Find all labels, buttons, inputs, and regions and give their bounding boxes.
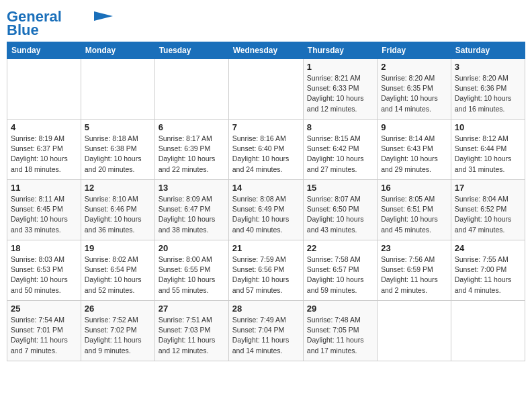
day-number: 8 xyxy=(307,122,373,132)
day-info: Sunrise: 8:08 AM Sunset: 6:49 PM Dayligh… xyxy=(232,194,300,235)
day-number: 24 xyxy=(455,243,521,253)
day-info: Sunrise: 7:52 AM Sunset: 7:02 PM Dayligh… xyxy=(85,315,151,356)
calendar-cell: 7Sunrise: 8:16 AM Sunset: 6:40 PM Daylig… xyxy=(228,120,303,180)
calendar-cell xyxy=(228,59,303,120)
calendar-week-row: 4Sunrise: 8:19 AM Sunset: 6:37 PM Daylig… xyxy=(7,120,525,180)
day-info: Sunrise: 8:10 AM Sunset: 6:46 PM Dayligh… xyxy=(85,194,151,235)
calendar-cell: 16Sunrise: 8:05 AM Sunset: 6:51 PM Dayli… xyxy=(378,180,451,240)
day-info: Sunrise: 8:11 AM Sunset: 6:45 PM Dayligh… xyxy=(11,194,77,235)
logo-blue-text: Blue xyxy=(7,23,39,38)
day-number: 3 xyxy=(455,62,521,72)
calendar-cell: 14Sunrise: 8:08 AM Sunset: 6:49 PM Dayli… xyxy=(228,180,303,240)
day-info: Sunrise: 8:14 AM Sunset: 6:43 PM Dayligh… xyxy=(381,134,447,175)
calendar-cell: 24Sunrise: 7:55 AM Sunset: 7:00 PM Dayli… xyxy=(451,240,525,301)
day-number: 29 xyxy=(307,304,373,314)
weekday-header-thursday: Thursday xyxy=(303,42,377,59)
day-number: 25 xyxy=(11,304,77,314)
day-number: 21 xyxy=(232,243,300,253)
day-number: 27 xyxy=(159,304,225,314)
day-number: 19 xyxy=(85,243,151,253)
day-number: 5 xyxy=(85,122,151,132)
day-info: Sunrise: 8:03 AM Sunset: 6:53 PM Dayligh… xyxy=(11,255,77,295)
day-info: Sunrise: 8:20 AM Sunset: 6:35 PM Dayligh… xyxy=(381,73,447,114)
calendar-cell: 23Sunrise: 7:56 AM Sunset: 6:59 PM Dayli… xyxy=(378,240,451,301)
day-info: Sunrise: 8:20 AM Sunset: 6:36 PM Dayligh… xyxy=(455,73,521,114)
day-info: Sunrise: 8:21 AM Sunset: 6:33 PM Dayligh… xyxy=(307,73,373,114)
calendar-week-row: 25Sunrise: 7:54 AM Sunset: 7:01 PM Dayli… xyxy=(7,301,525,361)
calendar-cell: 25Sunrise: 7:54 AM Sunset: 7:01 PM Dayli… xyxy=(7,301,81,361)
calendar-cell: 27Sunrise: 7:51 AM Sunset: 7:03 PM Dayli… xyxy=(154,301,228,361)
day-info: Sunrise: 8:00 AM Sunset: 6:55 PM Dayligh… xyxy=(159,255,225,295)
day-info: Sunrise: 7:54 AM Sunset: 7:01 PM Dayligh… xyxy=(11,315,77,356)
weekday-header-wednesday: Wednesday xyxy=(228,42,303,59)
calendar-cell: 5Sunrise: 8:18 AM Sunset: 6:38 PM Daylig… xyxy=(81,120,154,180)
day-number: 28 xyxy=(232,304,300,314)
weekday-header-saturday: Saturday xyxy=(451,42,525,59)
day-number: 9 xyxy=(381,122,447,132)
day-info: Sunrise: 8:18 AM Sunset: 6:38 PM Dayligh… xyxy=(85,134,151,175)
weekday-header-row: SundayMondayTuesdayWednesdayThursdayFrid… xyxy=(7,42,525,59)
day-info: Sunrise: 8:04 AM Sunset: 6:52 PM Dayligh… xyxy=(455,194,521,235)
day-number: 12 xyxy=(85,183,151,193)
day-number: 10 xyxy=(455,122,521,132)
day-info: Sunrise: 7:48 AM Sunset: 7:05 PM Dayligh… xyxy=(307,315,373,356)
weekday-header-sunday: Sunday xyxy=(7,42,81,59)
calendar-cell: 28Sunrise: 7:49 AM Sunset: 7:04 PM Dayli… xyxy=(228,301,303,361)
calendar-cell: 11Sunrise: 8:11 AM Sunset: 6:45 PM Dayli… xyxy=(7,180,81,240)
day-number: 18 xyxy=(11,243,77,253)
weekday-header-friday: Friday xyxy=(378,42,451,59)
day-number: 11 xyxy=(11,183,77,193)
calendar-week-row: 18Sunrise: 8:03 AM Sunset: 6:53 PM Dayli… xyxy=(7,240,525,301)
calendar-cell: 22Sunrise: 7:58 AM Sunset: 6:57 PM Dayli… xyxy=(303,240,377,301)
day-info: Sunrise: 8:09 AM Sunset: 6:47 PM Dayligh… xyxy=(159,194,225,235)
calendar-cell: 18Sunrise: 8:03 AM Sunset: 6:53 PM Dayli… xyxy=(7,240,81,301)
day-number: 22 xyxy=(307,243,373,253)
calendar-cell: 20Sunrise: 8:00 AM Sunset: 6:55 PM Dayli… xyxy=(154,240,228,301)
svg-marker-0 xyxy=(94,11,113,21)
day-info: Sunrise: 8:05 AM Sunset: 6:51 PM Dayligh… xyxy=(381,194,447,235)
calendar-cell: 29Sunrise: 7:48 AM Sunset: 7:05 PM Dayli… xyxy=(303,301,377,361)
calendar-week-row: 11Sunrise: 8:11 AM Sunset: 6:45 PM Dayli… xyxy=(7,180,525,240)
calendar-cell xyxy=(378,301,451,361)
day-number: 15 xyxy=(307,183,373,193)
day-info: Sunrise: 8:19 AM Sunset: 6:37 PM Dayligh… xyxy=(11,134,77,175)
calendar-cell: 1Sunrise: 8:21 AM Sunset: 6:33 PM Daylig… xyxy=(303,59,377,120)
weekday-header-monday: Monday xyxy=(81,42,154,59)
day-number: 16 xyxy=(381,183,447,193)
day-info: Sunrise: 8:15 AM Sunset: 6:42 PM Dayligh… xyxy=(307,134,373,175)
calendar-week-row: 1Sunrise: 8:21 AM Sunset: 6:33 PM Daylig… xyxy=(7,59,525,120)
calendar-table: SundayMondayTuesdayWednesdayThursdayFrid… xyxy=(7,42,525,361)
calendar-cell xyxy=(81,59,154,120)
calendar-cell xyxy=(451,301,525,361)
calendar-cell: 21Sunrise: 7:59 AM Sunset: 6:56 PM Dayli… xyxy=(228,240,303,301)
calendar-cell: 26Sunrise: 7:52 AM Sunset: 7:02 PM Dayli… xyxy=(81,301,154,361)
calendar-cell: 6Sunrise: 8:17 AM Sunset: 6:39 PM Daylig… xyxy=(154,120,228,180)
day-info: Sunrise: 7:55 AM Sunset: 7:00 PM Dayligh… xyxy=(455,255,521,295)
day-number: 17 xyxy=(455,183,521,193)
day-info: Sunrise: 7:51 AM Sunset: 7:03 PM Dayligh… xyxy=(159,315,225,356)
day-number: 4 xyxy=(11,122,77,132)
day-number: 13 xyxy=(159,183,225,193)
day-number: 20 xyxy=(159,243,225,253)
day-info: Sunrise: 8:16 AM Sunset: 6:40 PM Dayligh… xyxy=(232,134,300,175)
day-number: 23 xyxy=(381,243,447,253)
day-info: Sunrise: 7:59 AM Sunset: 6:56 PM Dayligh… xyxy=(232,255,300,295)
calendar-cell: 9Sunrise: 8:14 AM Sunset: 6:43 PM Daylig… xyxy=(378,120,451,180)
calendar-cell: 17Sunrise: 8:04 AM Sunset: 6:52 PM Dayli… xyxy=(451,180,525,240)
day-info: Sunrise: 8:02 AM Sunset: 6:54 PM Dayligh… xyxy=(85,255,151,295)
calendar-cell: 2Sunrise: 8:20 AM Sunset: 6:35 PM Daylig… xyxy=(378,59,451,120)
day-info: Sunrise: 7:49 AM Sunset: 7:04 PM Dayligh… xyxy=(232,315,300,356)
logo-arrow-icon xyxy=(94,11,113,21)
calendar-cell: 13Sunrise: 8:09 AM Sunset: 6:47 PM Dayli… xyxy=(154,180,228,240)
header: General Blue xyxy=(7,7,525,38)
day-info: Sunrise: 8:17 AM Sunset: 6:39 PM Dayligh… xyxy=(159,134,225,175)
day-number: 1 xyxy=(307,62,373,72)
day-info: Sunrise: 7:56 AM Sunset: 6:59 PM Dayligh… xyxy=(381,255,447,295)
calendar-cell: 10Sunrise: 8:12 AM Sunset: 6:44 PM Dayli… xyxy=(451,120,525,180)
calendar-cell: 4Sunrise: 8:19 AM Sunset: 6:37 PM Daylig… xyxy=(7,120,81,180)
day-info: Sunrise: 8:12 AM Sunset: 6:44 PM Dayligh… xyxy=(455,134,521,175)
day-number: 2 xyxy=(381,62,447,72)
day-number: 26 xyxy=(85,304,151,314)
day-number: 6 xyxy=(159,122,225,132)
day-info: Sunrise: 7:58 AM Sunset: 6:57 PM Dayligh… xyxy=(307,255,373,295)
